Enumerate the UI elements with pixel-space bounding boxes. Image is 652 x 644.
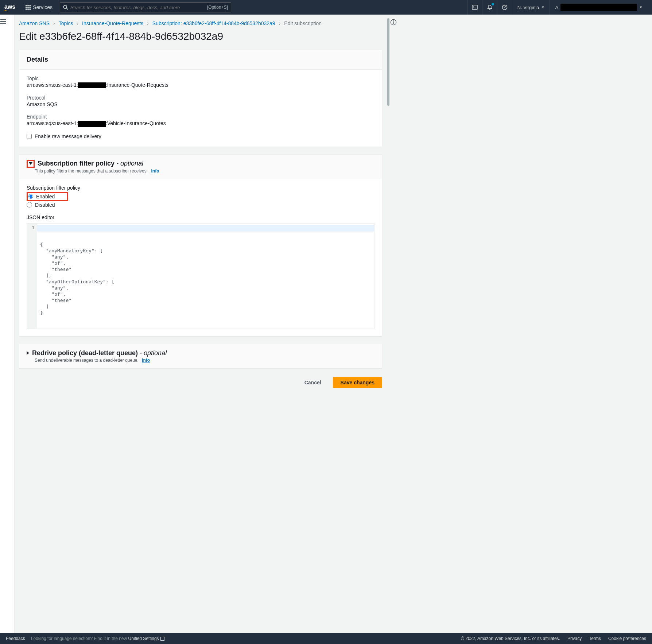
redrive-desc: Send undeliverable messages to a dead-le… [35, 358, 139, 363]
enabled-radio[interactable] [28, 194, 33, 199]
info-icon[interactable] [390, 19, 397, 26]
svg-rect-1 [28, 5, 29, 6]
breadcrumb-current: Edit subscription [284, 20, 322, 26]
enabled-label: Enabled [36, 194, 55, 199]
svg-rect-4 [28, 7, 29, 8]
endpoint-label: Endpoint [27, 114, 374, 120]
save-button[interactable]: Save changes [333, 377, 382, 388]
main-content: Amazon SNS › Topics › Insurance-Quote-Re… [15, 15, 387, 633]
svg-rect-8 [30, 9, 31, 10]
search-icon [63, 5, 68, 10]
services-label: Services [33, 4, 53, 10]
expand-toggle[interactable] [27, 350, 29, 356]
chevron-down-icon: ▼ [639, 5, 643, 9]
svg-rect-7 [28, 9, 29, 10]
cookie-link[interactable]: Cookie preferences [608, 636, 646, 641]
filter-policy-panel: Subscription filter policy - optional Th… [19, 154, 382, 337]
info-link[interactable]: Info [142, 358, 150, 363]
aws-logo[interactable]: aws ⌣ [4, 4, 15, 11]
svg-rect-0 [26, 5, 27, 6]
scroll-thumb[interactable] [387, 18, 389, 106]
active-line-highlight [37, 225, 374, 232]
topic-value: arn:aws:sns:us-east-1::Insurance-Quote-R… [27, 82, 374, 88]
search-box[interactable]: [Option+S] [60, 2, 231, 12]
endpoint-value: arn:aws:sqs:us-east-1::Vehicle-Insurance… [27, 120, 374, 127]
grid-icon [26, 5, 31, 10]
feedback-link[interactable]: Feedback [6, 636, 25, 641]
json-editor-label: JSON editor [27, 214, 374, 220]
hamburger-icon[interactable] [0, 19, 7, 24]
left-rail [0, 15, 15, 633]
raw-delivery-checkbox[interactable] [27, 134, 32, 139]
json-editor[interactable]: 1 { "anyMandatoryKey": [ "any", "of", "t… [27, 223, 374, 329]
svg-rect-2 [30, 5, 31, 6]
svg-rect-6 [26, 9, 27, 10]
topic-label: Topic [27, 75, 374, 81]
services-menu[interactable]: Services [21, 4, 57, 10]
form-actions: Cancel Save changes [19, 376, 382, 392]
disabled-radio[interactable] [27, 202, 32, 207]
svg-point-18 [393, 21, 394, 22]
cloudshell-icon [472, 4, 478, 10]
caret-down-icon [29, 162, 32, 165]
raw-delivery-label: Enable raw message delivery [35, 133, 101, 139]
svg-line-10 [66, 8, 68, 9]
page-title: Edit e33b6fe2-68ff-4f14-884b-9d6532b032a… [19, 31, 382, 42]
details-panel: Details Topic arn:aws:sns:us-east-1::Ins… [19, 50, 382, 147]
cancel-button[interactable]: Cancel [297, 377, 329, 388]
notification-dot [492, 3, 494, 5]
redacted-account [560, 4, 637, 11]
search-shortcut: [Option+S] [207, 5, 228, 10]
breadcrumb-topics[interactable]: Topics [59, 20, 73, 26]
filter-policy-title: Subscription filter policy - optional [38, 160, 143, 167]
svg-point-9 [63, 5, 67, 8]
right-rail [390, 15, 405, 633]
footer: Feedback Looking for language selection?… [0, 633, 652, 644]
terms-link[interactable]: Terms [589, 636, 601, 641]
info-link[interactable]: Info [151, 168, 159, 174]
editor-code[interactable]: { "anyMandatoryKey": [ "any", "of", "the… [37, 224, 374, 329]
scrollbar[interactable] [387, 15, 390, 633]
chevron-right-icon: › [279, 20, 281, 26]
cloudshell-button[interactable] [467, 0, 482, 15]
chevron-right-icon: › [77, 20, 78, 26]
privacy-link[interactable]: Privacy [567, 636, 582, 641]
redrive-title: Redrive policy (dead-letter queue) - opt… [32, 349, 167, 357]
breadcrumb-subscription[interactable]: Subscription: e33b6fe2-68ff-4f14-884b-9d… [152, 20, 275, 26]
editor-gutter: 1 [27, 224, 37, 329]
breadcrumb: Amazon SNS › Topics › Insurance-Quote-Re… [19, 19, 382, 31]
language-prompt: Looking for language selection? Find it … [31, 636, 164, 641]
notifications-button[interactable] [482, 0, 497, 15]
filter-policy-desc: This policy filters the messages that a … [35, 168, 148, 174]
help-icon [502, 4, 508, 10]
svg-rect-11 [472, 5, 477, 9]
account-menu[interactable]: A ▼ [550, 0, 648, 15]
svg-rect-3 [26, 7, 27, 8]
caret-right-icon [27, 351, 29, 355]
expand-toggle[interactable] [27, 160, 35, 168]
chevron-right-icon: › [53, 20, 55, 26]
filter-policy-label: Subscription filter policy [27, 185, 374, 191]
disabled-label: Disabled [35, 202, 55, 208]
breadcrumb-topic-name[interactable]: Insurance-Quote-Requests [82, 20, 143, 26]
chevron-right-icon: › [147, 20, 149, 26]
search-input[interactable] [70, 5, 207, 10]
protocol-label: Protocol [27, 95, 374, 101]
details-header: Details [27, 56, 374, 63]
help-button[interactable] [497, 0, 512, 15]
top-navigation: aws ⌣ Services [Option+S] N. Virginia ▼ … [0, 0, 652, 15]
redacted-account-id [78, 82, 106, 88]
bell-icon [487, 4, 493, 10]
svg-rect-5 [30, 7, 31, 8]
redrive-panel: Redrive policy (dead-letter queue) - opt… [19, 344, 382, 368]
protocol-value: Amazon SQS [27, 101, 374, 107]
copyright: © 2022, Amazon Web Services, Inc. or its… [461, 636, 560, 641]
chevron-down-icon: ▼ [541, 5, 544, 9]
region-selector[interactable]: N. Virginia ▼ [512, 0, 550, 15]
breadcrumb-root[interactable]: Amazon SNS [19, 20, 50, 26]
external-link-icon [160, 637, 164, 641]
redacted-account-id [78, 121, 106, 127]
unified-settings-link[interactable]: Unified Settings [128, 636, 164, 641]
